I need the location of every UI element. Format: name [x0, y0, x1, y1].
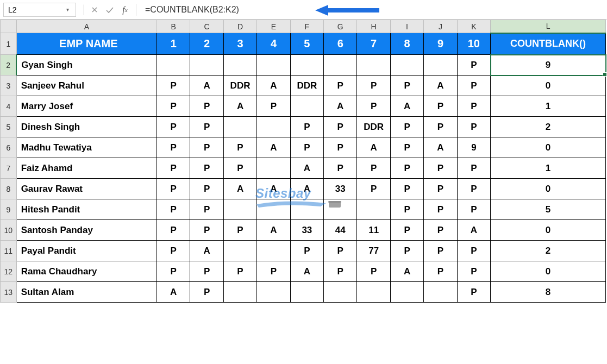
col-header-G[interactable]: G [324, 20, 357, 33]
attendance-cell[interactable]: P [390, 199, 423, 220]
attendance-cell[interactable] [424, 55, 457, 76]
enter-icon[interactable] [102, 3, 117, 17]
attendance-cell[interactable]: P [157, 199, 190, 220]
attendance-cell[interactable] [257, 241, 290, 261]
attendance-cell[interactable]: P [223, 220, 256, 241]
attendance-cell[interactable] [257, 117, 290, 137]
attendance-cell[interactable]: P [457, 55, 490, 76]
attendance-cell[interactable]: P [390, 76, 423, 96]
attendance-cell[interactable] [223, 241, 256, 261]
header-day-6[interactable]: 6 [324, 33, 357, 55]
countblank-cell[interactable]: 2 [491, 117, 606, 137]
insert-function-icon[interactable]: fx [117, 3, 133, 17]
attendance-cell[interactable]: P [357, 76, 390, 96]
attendance-cell[interactable]: DDR [223, 76, 256, 96]
attendance-cell[interactable]: P [223, 261, 256, 282]
attendance-cell[interactable]: P [390, 241, 423, 261]
row-header-7[interactable]: 7 [1, 158, 17, 179]
attendance-cell[interactable] [390, 55, 423, 76]
attendance-cell[interactable]: P [157, 158, 190, 179]
countblank-cell[interactable]: 9 [491, 55, 606, 76]
col-header-J[interactable]: J [424, 20, 457, 33]
cancel-icon[interactable] [87, 3, 102, 17]
attendance-cell[interactable]: P [324, 137, 357, 158]
emp-name-cell[interactable]: Marry Josef [16, 96, 157, 117]
header-day-4[interactable]: 4 [257, 33, 290, 55]
attendance-cell[interactable]: P [424, 158, 457, 179]
attendance-cell[interactable] [324, 199, 357, 220]
attendance-cell[interactable] [257, 55, 290, 76]
header-day-1[interactable]: 1 [157, 33, 190, 55]
attendance-cell[interactable]: 11 [357, 220, 390, 241]
attendance-cell[interactable]: A [257, 137, 290, 158]
col-header-I[interactable]: I [390, 20, 423, 33]
attendance-cell[interactable]: P [190, 158, 223, 179]
attendance-cell[interactable]: P [157, 179, 190, 199]
emp-name-cell[interactable]: Dinesh Singh [16, 117, 157, 137]
header-day-8[interactable]: 8 [390, 33, 423, 55]
attendance-cell[interactable] [257, 199, 290, 220]
attendance-cell[interactable]: P [157, 137, 190, 158]
attendance-cell[interactable]: A [357, 137, 390, 158]
name-box[interactable]: L2 ▾ [3, 3, 76, 17]
attendance-cell[interactable]: A [290, 179, 323, 199]
attendance-cell[interactable]: A [290, 158, 323, 179]
attendance-cell[interactable]: P [157, 117, 190, 137]
attendance-cell[interactable]: P [424, 241, 457, 261]
attendance-cell[interactable]: P [257, 96, 290, 117]
attendance-cell[interactable]: P [190, 199, 223, 220]
attendance-cell[interactable]: A [190, 76, 223, 96]
row-header-11[interactable]: 11 [1, 241, 17, 261]
attendance-cell[interactable]: 44 [324, 220, 357, 241]
attendance-cell[interactable]: A [424, 137, 457, 158]
attendance-cell[interactable]: P [390, 117, 423, 137]
attendance-cell[interactable]: P [324, 261, 357, 282]
attendance-cell[interactable]: P [424, 261, 457, 282]
attendance-cell[interactable]: P [324, 241, 357, 261]
countblank-cell[interactable]: 5 [491, 199, 606, 220]
attendance-cell[interactable]: P [190, 220, 223, 241]
header-day-3[interactable]: 3 [223, 33, 256, 55]
attendance-cell[interactable]: P [257, 261, 290, 282]
attendance-cell[interactable]: P [190, 137, 223, 158]
countblank-cell[interactable]: 0 [491, 261, 606, 282]
attendance-cell[interactable] [324, 55, 357, 76]
emp-name-cell[interactable]: Payal Pandit [16, 241, 157, 261]
attendance-cell[interactable] [357, 199, 390, 220]
col-header-A[interactable]: A [16, 20, 157, 33]
attendance-cell[interactable]: A [223, 96, 256, 117]
attendance-cell[interactable]: DDR [357, 117, 390, 137]
row-header-4[interactable]: 4 [1, 96, 17, 117]
attendance-cell[interactable] [357, 55, 390, 76]
col-header-K[interactable]: K [457, 20, 490, 33]
emp-name-cell[interactable]: Madhu Tewatiya [16, 137, 157, 158]
emp-name-cell[interactable]: Rama Chaudhary [16, 261, 157, 282]
attendance-cell[interactable]: P [157, 96, 190, 117]
attendance-cell[interactable]: A [257, 179, 290, 199]
attendance-cell[interactable]: A [157, 282, 190, 303]
attendance-cell[interactable]: P [223, 137, 256, 158]
countblank-cell[interactable]: 2 [491, 241, 606, 261]
attendance-cell[interactable]: A [324, 96, 357, 117]
emp-name-cell[interactable]: Gyan Singh [16, 55, 157, 76]
emp-name-cell[interactable]: Faiz Ahamd [16, 158, 157, 179]
attendance-cell[interactable]: P [290, 137, 323, 158]
header-countblank[interactable]: COUNTBLANK() [491, 33, 606, 55]
attendance-cell[interactable]: A [390, 96, 423, 117]
header-day-9[interactable]: 9 [424, 33, 457, 55]
attendance-cell[interactable]: P [190, 96, 223, 117]
attendance-cell[interactable] [223, 282, 256, 303]
col-header-F[interactable]: F [290, 20, 323, 33]
col-header-E[interactable]: E [257, 20, 290, 33]
attendance-cell[interactable]: P [457, 96, 490, 117]
attendance-cell[interactable]: P [357, 261, 390, 282]
attendance-cell[interactable]: 33 [290, 220, 323, 241]
attendance-cell[interactable]: P [324, 158, 357, 179]
header-day-2[interactable]: 2 [190, 33, 223, 55]
emp-name-cell[interactable]: Gaurav Rawat [16, 179, 157, 199]
attendance-cell[interactable] [157, 55, 190, 76]
attendance-cell[interactable]: P [457, 179, 490, 199]
attendance-cell[interactable]: P [390, 137, 423, 158]
attendance-cell[interactable]: P [424, 179, 457, 199]
col-header-B[interactable]: B [157, 20, 190, 33]
